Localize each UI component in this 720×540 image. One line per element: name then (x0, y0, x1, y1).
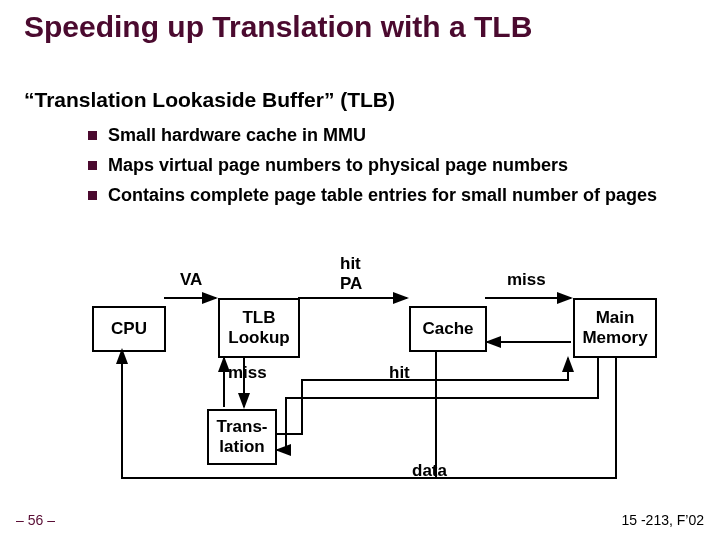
box-cache: Cache (409, 306, 487, 352)
diagram-arrows (0, 0, 720, 540)
bullet-list: Small hardware cache in MMU Maps virtual… (88, 124, 690, 213)
label-data: data (412, 461, 447, 481)
label-miss-bot: miss (228, 363, 267, 383)
footer-page-number: – 56 – (16, 512, 55, 528)
box-tlb: TLB Lookup (218, 298, 300, 358)
slide-title: Speeding up Translation with a TLB (24, 10, 710, 44)
label-va: VA (180, 270, 202, 290)
bullet-item: Small hardware cache in MMU (88, 124, 690, 148)
footer-course: 15 -213, F’02 (622, 512, 705, 528)
label-hit-pa: hit PA (340, 254, 362, 294)
diagram: CPU TLB Lookup Cache Main Memory Trans- … (0, 0, 720, 540)
label-miss-top: miss (507, 270, 546, 290)
slide-subtitle: “Translation Lookaside Buffer” (TLB) (24, 88, 395, 112)
box-translation: Trans- lation (207, 409, 277, 465)
box-memory: Main Memory (573, 298, 657, 358)
bullet-item: Contains complete page table entries for… (88, 184, 690, 208)
box-cpu: CPU (92, 306, 166, 352)
bullet-item: Maps virtual page numbers to physical pa… (88, 154, 690, 178)
label-hit-bot: hit (389, 363, 410, 383)
